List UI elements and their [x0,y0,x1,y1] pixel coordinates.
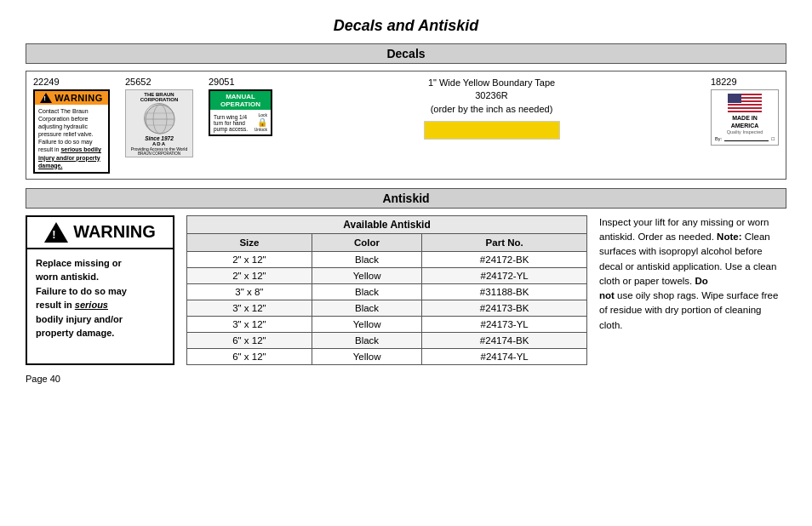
manual-instruction: Turn wing 1/4 turn for hand pump access. [214,114,248,132]
tape-label: 1" Wide Yellow Boundary Tape 30236R (ord… [428,77,555,116]
antiskid-warning-body: Replace missing or worn antiskid. Failur… [27,249,173,347]
tape-label-line3: (order by the inch as needed) [431,104,553,114]
antiskid-warning-header: WARNING [27,217,173,249]
table-cell: Yellow [312,316,421,332]
yellow-tape-visual [424,121,560,140]
table-row: 6" x 12"Yellow#24174-YL [187,348,587,364]
decal-22249: 22249 WARNING Contact The Braun Corporat… [33,77,110,174]
table-row: 3" x 12"Black#24173-BK [187,300,587,316]
part-num-25652: 25652 [125,77,152,87]
table-cell: #24172-BK [422,251,587,267]
table-row: 3" x 8"Black#31188-BK [187,283,587,300]
table-cell: 2" x 12" [187,267,312,283]
ada-company-top: THE BRAUNCORPORATION [140,92,179,102]
manual-header: MANUAL OPERATION [210,91,271,110]
antiskid-warning-triangle-icon [44,222,68,243]
checkbox-icon: ☐ [771,136,775,141]
warning-body-line5: bodily injury and/or [36,314,123,324]
part-num-18229: 18229 [711,77,737,87]
antiskid-warning-box: WARNING Replace missing or worn antiskid… [26,215,174,365]
table-cell: 6" x 12" [187,332,312,348]
page-container: Decals and Antiskid Decals 22249 WARNING… [0,0,812,526]
table-row: 6" x 12"Black#24174-BK [187,332,587,348]
table-cell: #24173-BK [422,300,587,316]
decals-section: 22249 WARNING Contact The Braun Corporat… [26,71,786,180]
antiskid-desc-text: Inspect your lift for any missing or wor… [599,217,778,330]
table-cell: #24173-YL [422,316,587,332]
decal-29051: 29051 MANUAL OPERATION Turn wing 1/4 tur… [209,77,272,136]
table-header-size: Size [187,233,312,251]
table-cell: 6" x 12" [187,348,312,364]
warning-triangle-icon [40,93,52,103]
table-cell: Black [312,332,421,348]
antiskid-table-wrap: Available Antiskid Size Color Part No. 2… [186,215,587,365]
made-in-text: MADE IN AMERICA [715,114,775,129]
decals-section-header: Decals [26,43,786,64]
unlock-label: Unlock [254,127,267,132]
warning-decal-22249: WARNING Contact The Braun Corporation be… [33,89,110,174]
ada-company-bottom: BRAUN CORPORATION [138,152,180,156]
usa-flag-area [715,94,775,112]
table-cell: #24174-BK [422,332,587,348]
decals-row: 22249 WARNING Contact The Braun Corporat… [33,77,779,174]
antiskid-section-header: Antiskid [26,188,786,209]
warning-body-line4: result in serious [36,300,108,310]
table-cell: #24174-YL [422,348,587,364]
antiskid-section: WARNING Replace missing or worn antiskid… [26,215,786,365]
manual-lock-area: Lock 🔒 Unlock [254,112,267,132]
warning-body-line1: Replace missing or [36,258,122,268]
table-row: 2" x 12"Black#24172-BK [187,251,587,267]
tape-label-line1: 1" Wide Yellow Boundary Tape [428,77,555,88]
table-cell: 3" x 8" [187,283,312,300]
ada-decal-25652: THE BRAUNCORPORATION Since 1972 ADA [125,89,193,157]
tape-area: 1" Wide Yellow Boundary Tape 30236R (ord… [288,77,695,140]
table-cell: Black [312,283,421,300]
manual-decal-29051: MANUAL OPERATION Turn wing 1/4 turn for … [209,89,272,136]
antiskid-warning-title: WARNING [73,222,156,242]
ada-inner: THE BRAUNCORPORATION Since 1972 ADA [126,90,192,157]
decal-25652: 25652 THE BRAUNCORPORATION [125,77,193,157]
manual-body: Turn wing 1/4 turn for hand pump access.… [210,110,271,134]
quality-text: Quality Inspected [715,129,775,134]
warning-body-line2: worn antiskid. [36,272,99,282]
warning-body-line6: property damage. [36,328,114,338]
ada-since-text: Since 1972 [145,135,174,141]
ada-globe-icon [144,103,174,134]
by-underline [724,136,769,141]
made-by-line: By: ☐ [715,136,775,141]
table-header-partno: Part No. [422,233,587,251]
part-num-29051: 29051 [209,77,235,87]
tape-label-line2: 30236R [475,90,508,100]
warning-label-22249: WARNING [54,93,103,103]
antiskid-table: Size Color Part No. 2" x 12"Black#24172-… [186,233,587,365]
table-row: 2" x 12"Yellow#24172-YL [187,267,587,283]
main-title: Decals and Antiskid [26,17,786,35]
made-in-decal: MADE IN AMERICA Quality Inspected By: ☐ [711,89,779,146]
table-cell: 3" x 12" [187,300,312,316]
warning-body-line3: Failure to do so may [36,286,127,296]
warning-header-22249: WARNING [35,91,108,105]
table-cell: #24172-YL [422,267,587,283]
table-cell: Yellow [312,348,421,364]
manual-header-line1: MANUAL [226,93,255,100]
antiskid-description: Inspect your lift for any missing or wor… [599,215,786,365]
made-line1: MADE IN [732,115,758,121]
antiskid-table-title: Available Antiskid [186,215,587,233]
by-label: By: [715,136,722,141]
lock-icon: 🔒 [254,117,267,127]
part-num-22249: 22249 [33,77,60,87]
page-number: Page 40 [26,374,786,384]
table-cell: Yellow [312,267,421,283]
table-cell: Black [312,251,421,267]
table-header-color: Color [312,233,421,251]
manual-text: Turn wing 1/4 turn for hand pump access. [214,114,251,132]
warning-body-22249: Contact The Braun Corporation before adj… [35,105,108,172]
table-row: 3" x 12"Yellow#24173-YL [187,316,587,332]
usa-flag-icon [728,94,762,112]
table-cell: 2" x 12" [187,251,312,267]
table-cell: Black [312,300,421,316]
table-cell: #31188-BK [422,283,587,300]
table-cell: 3" x 12" [187,316,312,332]
decal-18229: 18229 MADE IN AMERICA Quality Inspected [711,77,779,146]
manual-header-line2: OPERATION [220,100,260,108]
